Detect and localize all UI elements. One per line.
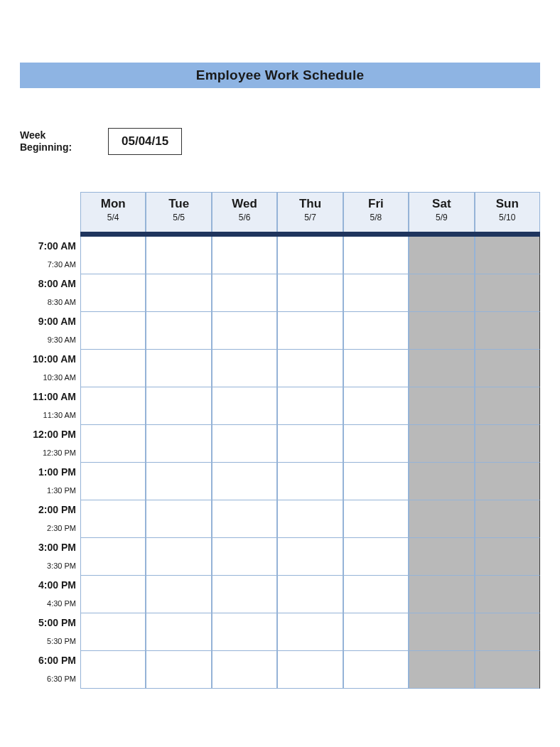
- schedule-cell[interactable]: [409, 293, 474, 312]
- schedule-cell[interactable]: [146, 237, 211, 255]
- schedule-cell[interactable]: [146, 312, 211, 330]
- schedule-cell[interactable]: [343, 576, 409, 594]
- schedule-cell[interactable]: [277, 444, 343, 463]
- schedule-cell[interactable]: [146, 613, 211, 632]
- schedule-cell[interactable]: [212, 500, 277, 519]
- schedule-cell[interactable]: [409, 255, 474, 274]
- schedule-cell[interactable]: [475, 425, 540, 444]
- schedule-cell[interactable]: [80, 368, 146, 387]
- schedule-cell[interactable]: [343, 500, 409, 519]
- schedule-cell[interactable]: [146, 387, 211, 406]
- schedule-cell[interactable]: [277, 613, 343, 632]
- schedule-cell[interactable]: [146, 538, 211, 557]
- schedule-cell[interactable]: [146, 463, 211, 481]
- schedule-cell[interactable]: [475, 481, 540, 500]
- schedule-cell[interactable]: [146, 255, 211, 274]
- schedule-cell[interactable]: [80, 651, 146, 670]
- schedule-cell[interactable]: [475, 519, 540, 538]
- schedule-cell[interactable]: [80, 481, 146, 500]
- schedule-cell[interactable]: [212, 274, 277, 293]
- schedule-cell[interactable]: [212, 576, 277, 594]
- schedule-cell[interactable]: [409, 576, 474, 594]
- schedule-cell[interactable]: [212, 613, 277, 632]
- schedule-cell[interactable]: [409, 425, 474, 444]
- schedule-cell[interactable]: [146, 670, 211, 689]
- schedule-cell[interactable]: [212, 444, 277, 463]
- schedule-cell[interactable]: [409, 368, 474, 387]
- schedule-cell[interactable]: [146, 330, 211, 350]
- schedule-cell[interactable]: [80, 312, 146, 330]
- schedule-cell[interactable]: [146, 519, 211, 538]
- schedule-cell[interactable]: [475, 557, 540, 576]
- schedule-cell[interactable]: [277, 538, 343, 557]
- schedule-cell[interactable]: [212, 406, 277, 425]
- schedule-cell[interactable]: [277, 463, 343, 481]
- schedule-cell[interactable]: [409, 557, 474, 576]
- schedule-cell[interactable]: [212, 368, 277, 387]
- schedule-cell[interactable]: [80, 519, 146, 538]
- schedule-cell[interactable]: [80, 538, 146, 557]
- schedule-cell[interactable]: [343, 368, 409, 387]
- schedule-cell[interactable]: [409, 651, 474, 670]
- schedule-cell[interactable]: [277, 255, 343, 274]
- schedule-cell[interactable]: [80, 255, 146, 274]
- schedule-cell[interactable]: [409, 481, 474, 500]
- schedule-cell[interactable]: [343, 670, 409, 689]
- schedule-cell[interactable]: [409, 237, 474, 255]
- schedule-cell[interactable]: [343, 613, 409, 632]
- schedule-cell[interactable]: [343, 538, 409, 557]
- schedule-cell[interactable]: [343, 237, 409, 255]
- schedule-cell[interactable]: [409, 613, 474, 632]
- schedule-cell[interactable]: [277, 293, 343, 312]
- schedule-cell[interactable]: [343, 330, 409, 350]
- schedule-cell[interactable]: [80, 576, 146, 594]
- schedule-cell[interactable]: [343, 255, 409, 274]
- schedule-cell[interactable]: [212, 293, 277, 312]
- schedule-cell[interactable]: [146, 557, 211, 576]
- schedule-cell[interactable]: [277, 557, 343, 576]
- schedule-cell[interactable]: [212, 330, 277, 350]
- schedule-cell[interactable]: [277, 368, 343, 387]
- schedule-cell[interactable]: [146, 576, 211, 594]
- schedule-cell[interactable]: [80, 387, 146, 406]
- schedule-cell[interactable]: [277, 651, 343, 670]
- schedule-cell[interactable]: [146, 481, 211, 500]
- schedule-cell[interactable]: [409, 463, 474, 481]
- schedule-cell[interactable]: [343, 274, 409, 293]
- schedule-cell[interactable]: [80, 237, 146, 255]
- schedule-cell[interactable]: [475, 330, 540, 350]
- schedule-cell[interactable]: [277, 500, 343, 519]
- schedule-cell[interactable]: [146, 406, 211, 425]
- schedule-cell[interactable]: [409, 519, 474, 538]
- schedule-cell[interactable]: [80, 425, 146, 444]
- schedule-cell[interactable]: [212, 237, 277, 255]
- schedule-cell[interactable]: [146, 594, 211, 613]
- schedule-cell[interactable]: [409, 387, 474, 406]
- schedule-cell[interactable]: [475, 463, 540, 481]
- schedule-cell[interactable]: [277, 406, 343, 425]
- schedule-cell[interactable]: [277, 670, 343, 689]
- schedule-cell[interactable]: [277, 350, 343, 368]
- schedule-cell[interactable]: [277, 387, 343, 406]
- schedule-cell[interactable]: [475, 274, 540, 293]
- schedule-cell[interactable]: [277, 632, 343, 651]
- schedule-cell[interactable]: [475, 293, 540, 312]
- schedule-cell[interactable]: [343, 425, 409, 444]
- schedule-cell[interactable]: [409, 594, 474, 613]
- schedule-cell[interactable]: [343, 444, 409, 463]
- schedule-cell[interactable]: [212, 670, 277, 689]
- schedule-cell[interactable]: [212, 632, 277, 651]
- schedule-cell[interactable]: [212, 312, 277, 330]
- schedule-cell[interactable]: [475, 500, 540, 519]
- schedule-cell[interactable]: [212, 594, 277, 613]
- schedule-cell[interactable]: [409, 406, 474, 425]
- schedule-cell[interactable]: [343, 651, 409, 670]
- schedule-cell[interactable]: [343, 406, 409, 425]
- schedule-cell[interactable]: [146, 500, 211, 519]
- schedule-cell[interactable]: [80, 500, 146, 519]
- week-beginning-value[interactable]: 05/04/15: [108, 128, 182, 155]
- schedule-cell[interactable]: [80, 293, 146, 312]
- schedule-cell[interactable]: [80, 350, 146, 368]
- schedule-cell[interactable]: [212, 557, 277, 576]
- schedule-cell[interactable]: [343, 632, 409, 651]
